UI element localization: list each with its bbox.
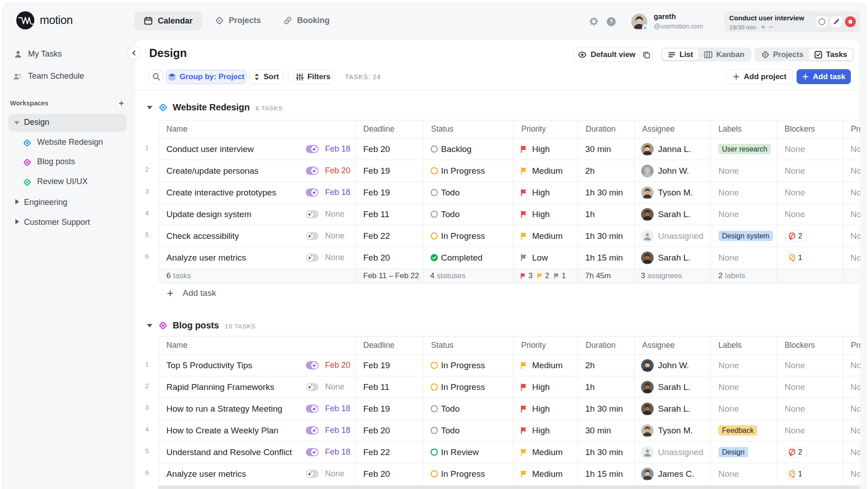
svg-text:?: ? (609, 18, 613, 25)
svg-text:G: G (643, 25, 646, 30)
